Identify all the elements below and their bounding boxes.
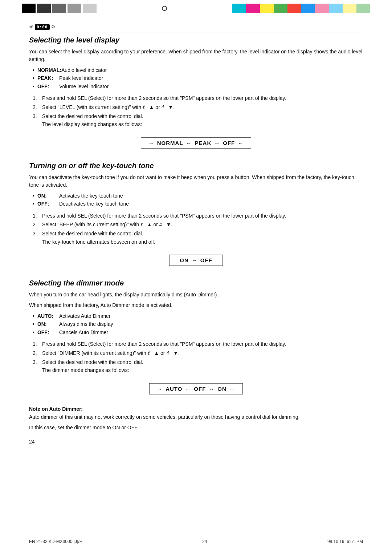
section3-steps: Press and hold SEL (Select) for more tha… [29, 340, 363, 374]
bullet-off2-label: OFF: [37, 200, 59, 208]
section-level-display: Selecting the level display You can sele… [29, 36, 363, 154]
section2-step1-text: Press and hold SEL (Select) for more tha… [42, 212, 286, 220]
bullet-peak: PEAK: Peak level indicator [33, 74, 363, 82]
section3-step2: Select "DIMMER (with its current setting… [33, 349, 363, 357]
section3-flow-diagram: → AUTO ↔ OFF ↔ ON ← [29, 378, 363, 400]
flow-on-label: ON [180, 257, 189, 263]
auto-dimmer-note: Note on Auto Dimmer: Auto dimmer of this… [29, 406, 363, 432]
section1-flow-box: → NORMAL ↔ PEAK ↔ OFF ← [141, 137, 252, 149]
color-block-blue [301, 4, 315, 13]
flow-arrow-bidir-3b: ↔ [209, 386, 215, 392]
section2-title: Turning on or off the key-touch tone [29, 162, 363, 170]
color-block-magenta [246, 4, 260, 13]
section1-steps: Press and hold SEL (Select) for more tha… [29, 94, 363, 129]
section2-step3-suffix: The key-touch tone alternates between on… [42, 239, 155, 245]
bullet-off2: OFF: Deactivates the key-touch tone [33, 200, 363, 208]
flow-off-label2: OFF [200, 257, 212, 263]
color-block-lightblue [329, 4, 343, 13]
color-block-red [287, 4, 301, 13]
flow-arrow-bidir-3a: ↔ [185, 386, 191, 392]
section2-steps: Press and hold SEL (Select) for more tha… [29, 212, 363, 246]
section2-intro: You can deactivate the key-touch tone if… [29, 174, 363, 189]
center-registration-dot [97, 6, 232, 11]
bullet-auto-label: AUTO: [37, 312, 59, 320]
section1-title: Selecting the level display [29, 36, 363, 44]
section1-step3-text: Select the desired mode with the control… [42, 113, 143, 119]
section-dimmer: Selecting the dimmer mode When you turn … [29, 279, 363, 445]
clock-icon: ⚙ [51, 24, 55, 29]
section2-bullet-list: ON: Activates the key-touch tone OFF: De… [29, 192, 363, 208]
flow-peak-label: PEAK [195, 140, 212, 146]
flow-auto-label: AUTO [166, 386, 182, 392]
bullet-on: ON: Activates the key-touch tone [33, 192, 363, 200]
color-block-lightgreen [356, 4, 370, 13]
section2-flow-box: ON ↔ OFF [169, 255, 223, 266]
section1-step1: Press and hold SEL (Select) for more tha… [33, 94, 363, 102]
right-color-blocks [232, 4, 370, 13]
bullet-auto-text: Activates Auto Dimmer [59, 312, 111, 320]
bullet-on3-label: ON: [37, 320, 59, 328]
bullet-auto: AUTO: Activates Auto Dimmer [33, 312, 363, 320]
flow-off-label: OFF [223, 140, 235, 146]
footer-right: 98.10.19, 6:51 PM [327, 539, 363, 544]
bullet-off3-label: OFF: [37, 328, 59, 336]
section1-flow-diagram: → NORMAL ↔ PEAK ↔ OFF ← [29, 132, 363, 154]
bullet-normal-text: Audio level indicator [61, 66, 107, 74]
note-text1: Auto dimmer of this unit may not work co… [29, 413, 363, 421]
flow-arrow-right-1: → [148, 140, 154, 146]
flow-arrow-left-3: ← [229, 386, 235, 392]
section1-step1-text: Press and hold SEL (Select) for more tha… [42, 94, 286, 102]
bullet-off3-text: Cancels Auto Dimmer [59, 328, 108, 336]
footer-left: EN 21-32 KD-MX3000 [J]/F [29, 539, 82, 544]
section2-step1: Press and hold SEL (Select) for more tha… [33, 212, 363, 220]
flow-arrow-bidir-1: ↔ [186, 140, 192, 146]
section1-step3: Select the desired mode with the control… [33, 112, 363, 129]
bullet-normal-label: NORMAL: [37, 66, 61, 74]
color-block-pink [315, 4, 329, 13]
section1-step2: Select "LEVEL (with its current setting)… [33, 103, 363, 112]
flow-arrow-bidir-2: ↔ [214, 140, 220, 146]
color-block-yellow [260, 4, 274, 13]
bullet-peak-label: PEAK: [37, 74, 59, 82]
flow-arrow-bidir-on-off: ↔ [192, 257, 197, 263]
bullet-normal: NORMAL: Audio level indicator [33, 66, 363, 74]
section1-step3-suffix: The level display setting changes as fol… [42, 121, 142, 127]
section3-flow-box: → AUTO ↔ OFF ↔ ON ← [149, 383, 243, 394]
bullet-on-label: ON: [37, 192, 59, 200]
section3-step1: Press and hold SEL (Select) for more tha… [33, 340, 363, 348]
page-number: 24 [29, 439, 363, 445]
display-badge: 0:00 [35, 24, 50, 30]
main-content: ✳ 0:00 ⚙ Selecting the level display You… [0, 13, 392, 463]
top-color-strips [0, 4, 392, 13]
color-block-lightyellow [343, 4, 356, 13]
section2-step3-text: Select the desired mode with the control… [42, 231, 143, 236]
section2-step2: Select "BEEP (with its current setting)"… [33, 220, 363, 229]
section3-step3-text: Select the desired mode with the control… [42, 359, 143, 365]
section1-bullet-list: NORMAL: Audio level indicator PEAK: Peak… [29, 66, 363, 90]
section2-step2-text: Select "BEEP (with its current setting)"… [42, 220, 172, 229]
bullet-off-text: Volume level indicator [59, 82, 109, 90]
bullet-off2-text: Deactivates the key-touch tone [59, 200, 129, 208]
footer: EN 21-32 KD-MX3000 [J]/F 24 98.10.19, 6:… [0, 536, 392, 544]
color-block-cyan [232, 4, 246, 13]
note-title: Note on Auto Dimmer: [29, 406, 363, 412]
flow-off3-label: OFF [194, 386, 206, 392]
section1-step2-text: Select "LEVEL (with its current setting)… [42, 103, 175, 112]
footer-center: 24 [202, 539, 207, 544]
section2-flow-diagram: ON ↔ OFF [29, 250, 363, 271]
section3-intro1: When you turn on the car head lights, th… [29, 291, 363, 299]
note-text2: In this case, set the dimmer mode to ON … [29, 424, 363, 432]
section2-step3: Select the desired mode with the control… [33, 230, 363, 246]
section-keytone: Turning on or off the key-touch tone You… [29, 162, 363, 271]
section1-intro: You can select the level display accordi… [29, 48, 363, 63]
section3-step3: Select the desired mode with the control… [33, 358, 363, 374]
star-icon: ✳ [29, 24, 33, 30]
bullet-on3: ON: Always dims the display [33, 320, 363, 328]
section3-intro2: When shipped from the factory, Auto Dimm… [29, 301, 363, 309]
flow-arrow-left-1: ← [238, 140, 244, 146]
bullet-off: OFF: Volume level indicator [33, 82, 363, 90]
bullet-off-label: OFF: [37, 82, 59, 90]
bullet-peak-text: Peak level indicator [59, 74, 103, 82]
color-block-5 [83, 4, 97, 13]
color-block-4 [68, 4, 81, 13]
